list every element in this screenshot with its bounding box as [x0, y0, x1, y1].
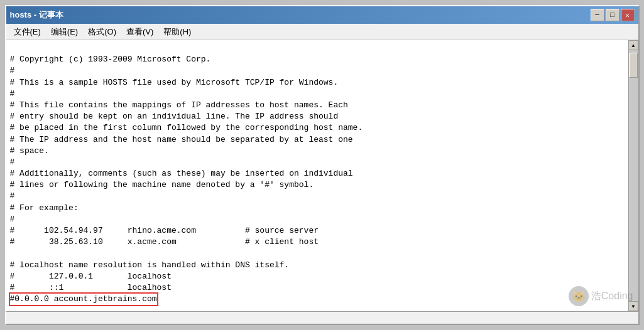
scroll-thumb[interactable]	[629, 53, 638, 78]
text-line-16: # 102.54.94.97 rhino.acme.com # source s…	[10, 226, 319, 235]
text-line-13: #	[10, 191, 15, 201]
text-line-8: # The IP address and the host name shoul…	[10, 135, 353, 144]
text-line-1: # Copyright (c) 1993-2009 Microsoft Corp…	[10, 55, 211, 64]
title-bar: hosts - 记事本 ─ □ ✕	[6, 6, 638, 24]
window-title: hosts - 记事本	[10, 9, 63, 21]
menu-bar: 文件(E) 编辑(E) 格式(O) 查看(V) 帮助(H)	[6, 24, 638, 40]
close-button[interactable]: ✕	[621, 9, 635, 21]
text-line-12: # lines or following the machine name de…	[10, 180, 314, 189]
text-line-14: # For example:	[10, 203, 79, 213]
content-area: # Copyright (c) 1993-2009 Microsoft Corp…	[6, 40, 638, 311]
scroll-track[interactable]	[629, 50, 638, 301]
text-line-highlighted: #0.0.0.0 account.jetbrains.com	[10, 294, 157, 305]
text-line-5: # This file contains the mappings of IP …	[10, 100, 348, 110]
text-line-20: # 127.0.0.1 localhost	[10, 272, 172, 281]
text-line-6: # entry should be kept on an individual …	[10, 112, 339, 121]
scroll-up-button[interactable]: ▲	[628, 40, 638, 50]
text-line-21: # ::1 localhost	[10, 283, 172, 292]
text-line-10: #	[10, 157, 15, 167]
text-line-15: #	[10, 215, 15, 224]
menu-view[interactable]: 查看(V)	[121, 25, 158, 39]
window-controls: ─ □ ✕	[591, 9, 635, 21]
status-bar	[6, 311, 638, 324]
menu-edit[interactable]: 编辑(E)	[46, 25, 83, 39]
scroll-down-button[interactable]: ▼	[628, 301, 638, 311]
text-line-19: # localhost name resolution is handled w…	[10, 260, 290, 270]
minimize-button[interactable]: ─	[591, 9, 604, 21]
text-line-2: #	[10, 66, 15, 75]
maximize-button[interactable]: □	[606, 9, 619, 21]
vertical-scrollbar[interactable]: ▲ ▼	[628, 40, 638, 311]
menu-format[interactable]: 格式(O)	[83, 25, 121, 39]
text-line-17: # 38.25.63.10 x.acme.com # x client host	[10, 237, 319, 247]
menu-help[interactable]: 帮助(H)	[158, 25, 196, 39]
text-line-9: # space.	[10, 146, 49, 156]
text-editor[interactable]: # Copyright (c) 1993-2009 Microsoft Corp…	[6, 40, 628, 311]
text-line-4: #	[10, 89, 15, 98]
text-line-7: # be placed in the first column followed…	[10, 123, 363, 132]
text-line-11: # Additionally, comments (such as these)…	[10, 169, 353, 178]
menu-file[interactable]: 文件(E)	[9, 25, 46, 39]
main-window: hosts - 记事本 ─ □ ✕ 文件(E) 编辑(E) 格式(O) 查看(V…	[5, 5, 640, 325]
text-line-3: # This is a sample HOSTS file used by Mi…	[10, 78, 339, 87]
